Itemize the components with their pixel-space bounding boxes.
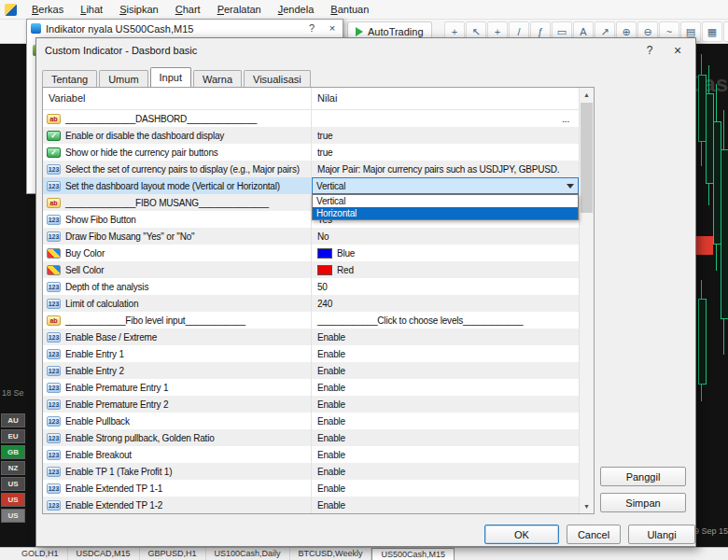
cancel-button[interactable]: Cancel <box>567 525 621 544</box>
row-value-cell: Blue <box>312 245 579 261</box>
load-button[interactable]: Panggil <box>600 467 686 486</box>
tab-umum[interactable]: Umum <box>99 70 147 87</box>
pair-button-au[interactable]: AU <box>1 413 25 427</box>
dialog-close-button[interactable]: × <box>664 40 692 61</box>
row-label: Show Fibo Button <box>65 215 136 225</box>
row-label: Enable Pullback <box>65 416 130 427</box>
templates-icon[interactable]: ▦ <box>702 21 722 42</box>
row-value: Enable <box>317 366 345 376</box>
row-value-cell: true <box>312 144 579 161</box>
table-row[interactable]: ✓Enable or disable the dashboard display… <box>43 127 579 144</box>
menu-item-berkas[interactable]: Berkas <box>23 0 72 19</box>
table-row[interactable]: 123Enable PullbackEnable <box>43 413 579 429</box>
row-variable-cell: ab____________Fibo level input__________… <box>43 312 312 329</box>
row-label: Enable Premature Entry 2 <box>65 399 168 410</box>
row-value: Enable <box>317 416 345 427</box>
table-row[interactable]: 123Enable Entry 1Enable <box>43 345 579 362</box>
dialog-help-button[interactable]: ? <box>636 40 664 61</box>
tab-input[interactable]: Input <box>150 67 191 87</box>
row-label: Show or hide the currency pair buttons <box>65 147 218 158</box>
table-row[interactable]: 123Set the dashboard layout mode (Vertic… <box>43 177 579 194</box>
table-row[interactable]: ab______________DASHBORD______________..… <box>43 110 579 127</box>
table-row[interactable]: ab____________Fibo level input__________… <box>43 312 579 329</box>
menu-item-lihat[interactable]: Lihat <box>72 0 111 19</box>
tab-visualisasi[interactable]: Visualisasi <box>244 70 311 87</box>
table-row[interactable]: 123Enable Strong pullback, Golden RatioE… <box>43 429 579 446</box>
123-icon: 123 <box>47 450 61 460</box>
pair-button-us[interactable]: US <box>1 509 25 523</box>
table-row[interactable]: 123Limit of calculation240 <box>43 295 579 312</box>
123-icon: 123 <box>47 433 61 443</box>
layout-mode-dropdown: VerticalHorizontal <box>312 194 579 220</box>
chart-tab-us500cash-m15[interactable]: US500Cash,M15 <box>371 548 455 560</box>
scroll-down-icon[interactable]: ▼ <box>580 499 594 513</box>
table-row[interactable]: 123Enable TP 1 (Take Profit 1)Enable <box>43 463 579 480</box>
pair-button-gb[interactable]: GB <box>1 445 25 459</box>
color-icon <box>47 265 61 275</box>
chart-tab-gbpusd-h1[interactable]: GBPUSD,H1 <box>140 548 206 560</box>
scroll-thumb[interactable] <box>581 103 593 213</box>
menu-item-jendela[interactable]: Jendela <box>270 0 323 19</box>
menu-item-chart[interactable]: Chart <box>167 0 209 19</box>
table-row[interactable]: Sell ColorRed <box>43 261 579 278</box>
tab-warna[interactable]: Warna <box>193 70 242 87</box>
currency-pair-buttons: AUEUGBNZUSUSUS <box>1 413 25 523</box>
layout-mode-combobox[interactable]: Vertical <box>312 177 579 194</box>
table-row[interactable]: ✓Show or hide the currency pair buttonst… <box>43 144 579 161</box>
table-row[interactable]: 123Enable Base / ExtremeEnable <box>43 329 579 345</box>
table-row[interactable]: 123Enable Extended TP 1-1Enable <box>43 480 579 497</box>
row-value: 50 <box>317 282 328 292</box>
menu-item-bantuan[interactable]: Bantuan <box>322 0 377 19</box>
row-value-cell: Enable <box>312 429 579 446</box>
row-value: Enable <box>317 383 345 393</box>
dropdown-option-horizontal[interactable]: Horizontal <box>313 207 578 219</box>
tab-tentang[interactable]: Tentang <box>42 70 97 87</box>
chart-tab-btcusd-weekly[interactable]: BTCUSD,Weekly <box>290 548 372 560</box>
row-variable-cell: 123Select the set of currency pairs to d… <box>43 161 312 177</box>
menu-bar: BerkasLihatSisipkanChartPeralatanJendela… <box>0 0 728 20</box>
row-value-cell: Enable <box>312 396 579 413</box>
pair-button-us[interactable]: US <box>1 493 25 507</box>
table-row[interactable]: 123Draw Fibo Musang "Yes" or "No"No <box>43 228 579 245</box>
table-row[interactable]: 123Select the set of currency pairs to d… <box>43 161 579 177</box>
chart-tab-us100cash-daily[interactable]: US100Cash,Daily <box>206 548 290 560</box>
chart-tab-gold-h1[interactable]: GOLD,H1 <box>13 548 68 560</box>
reset-button[interactable]: Ulangi <box>628 525 695 544</box>
help-button[interactable]: ? <box>301 20 322 37</box>
dropdown-option-vertical[interactable]: Vertical <box>313 195 578 207</box>
pair-button-eu[interactable]: EU <box>1 429 25 443</box>
row-label: Sell Color <box>65 265 104 275</box>
indicators-dialog-titlebar: Indikator nyala US500Cash,M15 ? × <box>27 20 343 37</box>
grid-icon[interactable]: ▣ <box>723 21 728 42</box>
save-button[interactable]: Simpan <box>600 493 686 512</box>
ok-button[interactable]: OK <box>484 525 559 544</box>
table-row[interactable]: 123Enable Entry 2Enable <box>43 362 579 379</box>
table-row[interactable]: 123Enable BreakoutEnable <box>43 446 579 463</box>
table-row[interactable]: 123Depth of the analysis50 <box>43 278 579 295</box>
row-value-cell: Red <box>312 261 579 278</box>
vertical-scrollbar[interactable]: ▲ ▼ <box>579 88 594 513</box>
menu-item-sisipkan[interactable]: Sisipkan <box>111 0 167 19</box>
sell-zone-block <box>694 236 713 255</box>
row-value-cell: 50 <box>312 278 579 295</box>
row-value-cell: Enable <box>312 362 579 379</box>
dialog-titlebar: Custom Indicator - Dasbord basic ? × <box>36 38 695 63</box>
pair-button-nz[interactable]: NZ <box>1 461 25 475</box>
123-icon: 123 <box>47 399 61 410</box>
ab-icon: ab <box>47 114 61 124</box>
row-label: Depth of the analysis <box>65 282 148 292</box>
row-value: Enable <box>317 500 345 511</box>
color-swatch <box>317 265 332 275</box>
scroll-up-icon[interactable]: ▲ <box>580 88 594 102</box>
menu-item-peralatan[interactable]: Peralatan <box>209 0 270 19</box>
row-variable-cell: 123Enable Premature Entry 2 <box>43 396 312 413</box>
table-row[interactable]: 123Enable Premature Entry 2Enable <box>43 396 579 413</box>
table-row[interactable]: Buy ColorBlue <box>43 245 579 261</box>
table-row[interactable]: 123Enable Premature Entry 1Enable <box>43 379 579 396</box>
close-button[interactable]: × <box>322 20 343 37</box>
ab-icon: ab <box>47 198 61 208</box>
chart-tab-usdcad-m15[interactable]: USDCAD,M15 <box>68 548 140 560</box>
pair-button-us[interactable]: US <box>1 477 25 491</box>
dialog-title: Custom Indicator - Dasbord basic <box>45 45 636 56</box>
table-row[interactable]: 123Enable Extended TP 1-2Enable <box>43 497 579 513</box>
